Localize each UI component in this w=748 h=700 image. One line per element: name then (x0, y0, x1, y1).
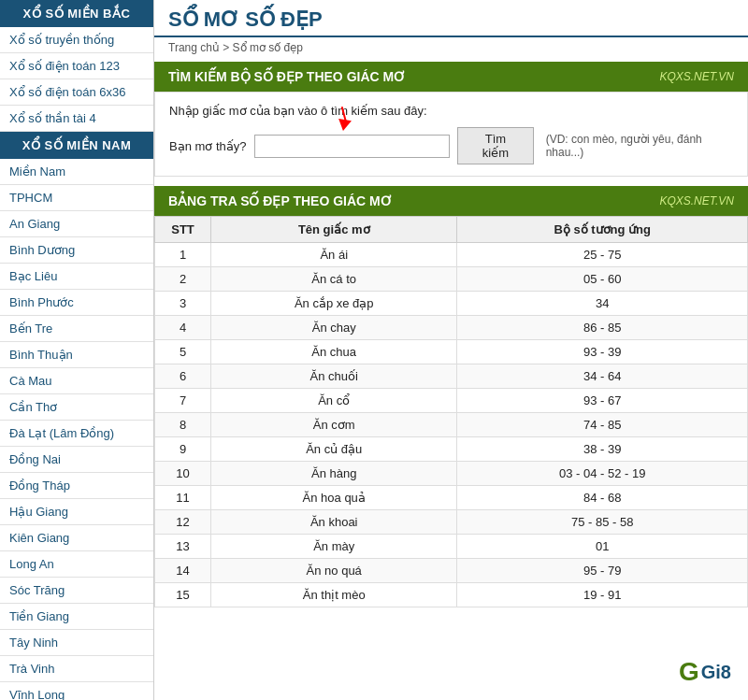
gi8-brand: G Gi8 (671, 653, 739, 691)
sidebar-item-ben-tre[interactable]: Bến Tre (0, 316, 153, 342)
sidebar-item-than-tai-4[interactable]: Xổ số thần tài 4 (0, 106, 153, 132)
search-input[interactable] (254, 135, 451, 158)
cell-stt: 2 (155, 267, 211, 292)
cell-stt: 9 (155, 437, 211, 462)
table-row: 5 Ăn chua 93 - 39 (155, 340, 748, 364)
search-label: Bạn mơ thấy? (169, 139, 247, 153)
cell-name: Ăn ái (211, 243, 457, 267)
table-bar-kqxs: KQXS.NET.VN (659, 194, 734, 207)
table-row: 11 Ăn hoa quả 84 - 68 (155, 486, 748, 510)
cell-name: Ăn cổ (211, 389, 457, 413)
cell-stt: 5 (155, 340, 211, 364)
table-row: 3 Ăn cắp xe đạp 34 (155, 292, 748, 316)
dream-table: STT Tên giấc mơ Bộ số tương ứng 1 Ăn ái … (154, 216, 748, 607)
page-title: SỔ MƠ SỐ ĐẸP (154, 0, 748, 37)
cell-name: Ăn mày (211, 535, 457, 559)
sidebar-item-truyen-thong[interactable]: Xổ số truyền thống (0, 27, 153, 53)
cell-name: Ăn hàng (211, 462, 457, 486)
sidebar-item-kien-giang[interactable]: Kiên Giang (0, 525, 153, 551)
cell-name: Ăn khoai (211, 510, 457, 535)
cell-name: Ăn cá to (211, 267, 457, 292)
table-row: 2 Ăn cá to 05 - 60 (155, 267, 748, 292)
cell-numbers: 95 - 79 (457, 559, 748, 583)
sidebar-item-dien-toan-6x36[interactable]: Xổ số điện toán 6x36 (0, 79, 153, 106)
table-row: 12 Ăn khoai 75 - 85 - 58 (155, 510, 748, 535)
cell-numbers: 74 - 85 (457, 413, 748, 437)
sidebar-item-tra-vinh[interactable]: Trà Vinh (0, 656, 153, 682)
gi8-g-icon: G (679, 657, 699, 687)
col-header-numbers: Bộ số tương ứng (457, 217, 748, 243)
cell-numbers: 93 - 39 (457, 340, 748, 364)
sidebar-item-tphcm[interactable]: TPHCM (0, 185, 153, 211)
col-header-name: Tên giấc mơ (211, 217, 457, 243)
cell-numbers: 01 (457, 535, 748, 559)
table-row: 8 Ăn cơm 74 - 85 (155, 413, 748, 437)
sidebar-item-tien-giang[interactable]: Tiền Giang (0, 604, 153, 630)
cell-numbers: 93 - 67 (457, 389, 748, 413)
table-row: 13 Ăn mày 01 (155, 535, 748, 559)
cell-numbers: 38 - 39 (457, 437, 748, 462)
cell-stt: 13 (155, 535, 211, 559)
cell-stt: 14 (155, 559, 211, 583)
sidebar-item-binh-phuoc[interactable]: Bình Phước (0, 290, 153, 316)
sidebar-item-mien-nam[interactable]: Miền Nam (0, 159, 153, 185)
search-button[interactable]: Tìm kiếm (457, 127, 533, 164)
sidebar-item-long-an[interactable]: Long An (0, 551, 153, 578)
cell-stt: 10 (155, 462, 211, 486)
cell-name: Ăn no quá (211, 559, 457, 583)
table-section: BẢNG TRA SỐ ĐẸP THEO GIÁC MƠ KQXS.NET.VN… (154, 186, 748, 607)
sidebar-item-dien-toan-123[interactable]: Xổ số điện toán 123 (0, 53, 153, 79)
cell-stt: 11 (155, 486, 211, 510)
sidebar-item-binh-duong[interactable]: Bình Dương (0, 237, 153, 264)
search-instruction: Nhập giấc mơ của bạn vào ô tìm kiếm sau … (169, 104, 733, 118)
search-example: (VD: con mèo, người yêu, đánh nhau...) (546, 133, 733, 159)
sidebar-item-da-lat[interactable]: Đà Lạt (Lâm Đồng) (0, 421, 153, 447)
cell-stt: 4 (155, 316, 211, 340)
search-bar-kqxs: KQXS.NET.VN (659, 70, 734, 83)
sidebar-item-soc-trang[interactable]: Sóc Trăng (0, 578, 153, 604)
cell-numbers: 34 - 64 (457, 364, 748, 389)
cell-name: Ăn chua (211, 340, 457, 364)
sidebar-item-bac-lieu[interactable]: Bạc Liêu (0, 264, 153, 290)
sidebar-item-an-giang[interactable]: An Giang (0, 211, 153, 237)
sidebar-item-dong-nai[interactable]: Đồng Nai (0, 447, 153, 473)
table-bar-header: BẢNG TRA SỐ ĐẸP THEO GIÁC MƠ KQXS.NET.VN (154, 186, 748, 216)
cell-name: Ăn chuối (211, 364, 457, 389)
table-row: 7 Ăn cổ 93 - 67 (155, 389, 748, 413)
gi8-text: Gi8 (701, 662, 731, 683)
sidebar-south-header: XỔ SỐ MIỀN NAM (0, 132, 153, 159)
cell-name: Ăn chay (211, 316, 457, 340)
cell-name: Ăn thịt mèo (211, 583, 457, 607)
main-content: SỔ MƠ SỐ ĐẸP Trang chủ > Sổ mơ số đẹp TÌ… (154, 0, 748, 700)
search-bar-header: TÌM KIẾM BỘ SỐ ĐẸP THEO GIÁC MƠ KQXS.NET… (154, 62, 748, 92)
cell-stt: 6 (155, 364, 211, 389)
sidebar-north-header: XỔ SỐ MIỀN BẮC (0, 0, 153, 27)
cell-name: Ăn cắp xe đạp (211, 292, 457, 316)
sidebar: XỔ SỐ MIỀN BẮC Xổ số truyền thống Xổ số … (0, 0, 154, 700)
cell-numbers: 34 (457, 292, 748, 316)
search-section: Nhập giấc mơ của bạn vào ô tìm kiếm sau … (154, 92, 748, 177)
search-bar-title: TÌM KIẾM BỘ SỐ ĐẸP THEO GIÁC MƠ (168, 69, 406, 84)
sidebar-item-hau-giang[interactable]: Hậu Giang (0, 499, 153, 525)
col-header-stt: STT (155, 217, 211, 243)
search-row: Bạn mơ thấy? Tìm kiếm (VD: con mèo, ngườ… (169, 127, 733, 164)
cell-numbers: 05 - 60 (457, 267, 748, 292)
breadcrumb: Trang chủ > Sổ mơ số đẹp (154, 37, 748, 62)
table-row: 4 Ăn chay 86 - 85 (155, 316, 748, 340)
cell-stt: 1 (155, 243, 211, 267)
sidebar-item-vinh-long[interactable]: Vĩnh Long (0, 682, 153, 700)
cell-numbers: 84 - 68 (457, 486, 748, 510)
cell-name: Ăn củ đậu (211, 437, 457, 462)
cell-stt: 3 (155, 292, 211, 316)
sidebar-item-ca-mau[interactable]: Cà Mau (0, 368, 153, 394)
cell-stt: 8 (155, 413, 211, 437)
sidebar-item-tay-ninh[interactable]: Tây Ninh (0, 630, 153, 656)
sidebar-item-dong-thap[interactable]: Đồng Tháp (0, 473, 153, 499)
cell-numbers: 86 - 85 (457, 316, 748, 340)
table-row: 10 Ăn hàng 03 - 04 - 52 - 19 (155, 462, 748, 486)
cell-name: Ăn hoa quả (211, 486, 457, 510)
table-row: 1 Ăn ái 25 - 75 (155, 243, 748, 267)
sidebar-item-can-tho[interactable]: Cần Thơ (0, 394, 153, 421)
sidebar-item-binh-thuan[interactable]: Bình Thuận (0, 342, 153, 368)
table-row: 6 Ăn chuối 34 - 64 (155, 364, 748, 389)
